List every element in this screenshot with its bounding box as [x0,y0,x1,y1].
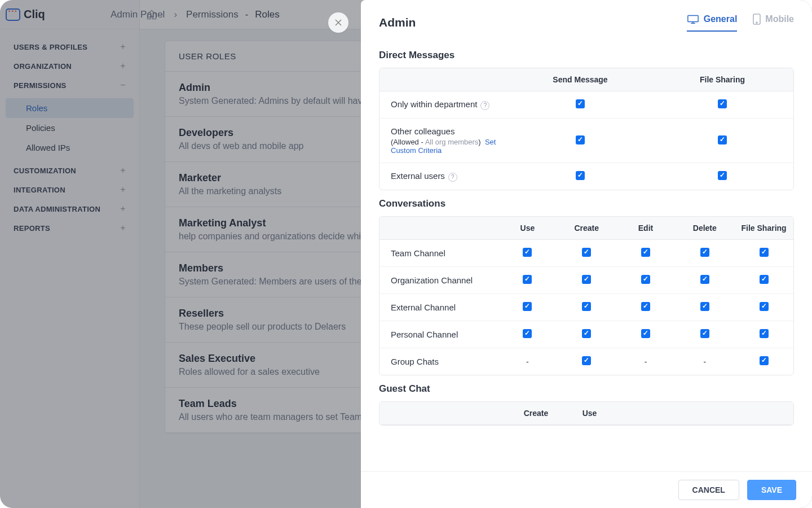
permission-checkbox[interactable] [582,248,591,257]
permission-checkbox[interactable] [641,329,650,338]
permission-checkbox[interactable] [718,99,727,108]
desktop-icon [687,14,699,24]
dm-heading: Direct Messages [379,50,794,61]
conv-row: Group Chats--- [379,348,793,375]
permission-checkbox[interactable] [760,329,769,338]
permission-checkbox[interactable] [760,248,769,257]
dm-row: External users? [379,163,793,190]
save-button[interactable]: SAVE [747,480,796,500]
permission-checkbox[interactable] [523,329,532,338]
col-header: Edit [616,217,676,239]
tab-mobile[interactable]: Mobile [753,14,794,32]
col-header: Send Message [509,68,651,91]
not-applicable: - [526,357,529,366]
not-applicable: - [703,357,706,366]
permission-checkbox[interactable] [700,302,709,311]
tab-general-label: General [704,14,738,24]
permission-checkbox[interactable] [523,275,532,284]
conv-row: Team Channel [379,240,793,267]
svg-rect-0 [688,16,698,22]
svg-point-2 [756,22,757,23]
permission-checkbox[interactable] [576,135,585,144]
col-header: Use [563,402,616,424]
dm-row: Other colleagues(Allowed - All org membe… [379,119,793,163]
col-header: File Sharing [734,217,793,239]
help-icon[interactable]: ? [480,101,489,110]
permission-checkbox[interactable] [582,302,591,311]
dm-row: Only within department? [379,91,793,119]
col-header: Use [498,217,557,239]
permission-checkbox[interactable] [523,248,532,257]
conv-row: External Channel [379,294,793,321]
permission-checkbox[interactable] [576,99,585,108]
col-header: Delete [675,217,734,239]
mobile-icon [753,14,761,25]
permission-checkbox[interactable] [718,171,727,180]
conv-heading: Conversations [379,198,794,209]
permission-checkbox[interactable] [760,302,769,311]
guest-heading: Guest Chat [379,383,794,395]
tab-general[interactable]: General [687,14,738,32]
permission-checkbox[interactable] [718,135,727,144]
permission-checkbox[interactable] [523,302,532,311]
permission-checkbox[interactable] [700,329,709,338]
col-header: File Sharing [651,68,793,91]
help-icon[interactable]: ? [448,173,457,182]
permission-checkbox[interactable] [641,275,650,284]
conv-row: Personal Channel [379,321,793,348]
close-icon [334,18,343,27]
permission-checkbox[interactable] [700,248,709,257]
panel-title: Admin [379,16,416,29]
dm-grid: Send MessageFile Sharing Only within dep… [379,68,794,190]
permission-checkbox[interactable] [582,329,591,338]
permission-checkbox[interactable] [760,356,769,365]
panel-tabs: General Mobile [687,14,794,32]
guest-grid: CreateUse [379,401,794,426]
not-applicable: - [645,357,647,366]
permission-checkbox[interactable] [582,275,591,284]
role-permissions-panel: Admin General Mobile Direct Messages Sen… [361,0,812,508]
cancel-button[interactable]: CANCEL [678,480,739,500]
col-header: Create [509,402,563,424]
permission-checkbox[interactable] [760,275,769,284]
permission-checkbox[interactable] [641,302,650,311]
permission-checkbox[interactable] [576,171,585,180]
close-panel-button[interactable] [328,12,348,33]
permission-checkbox[interactable] [641,248,650,257]
conv-row: Organization Channel [379,267,793,294]
conv-grid: UseCreateEditDeleteFile Sharing Team Cha… [379,216,794,375]
col-header: Create [557,217,616,239]
tab-mobile-label: Mobile [765,14,794,24]
permission-checkbox[interactable] [700,275,709,284]
permission-checkbox[interactable] [582,356,591,365]
